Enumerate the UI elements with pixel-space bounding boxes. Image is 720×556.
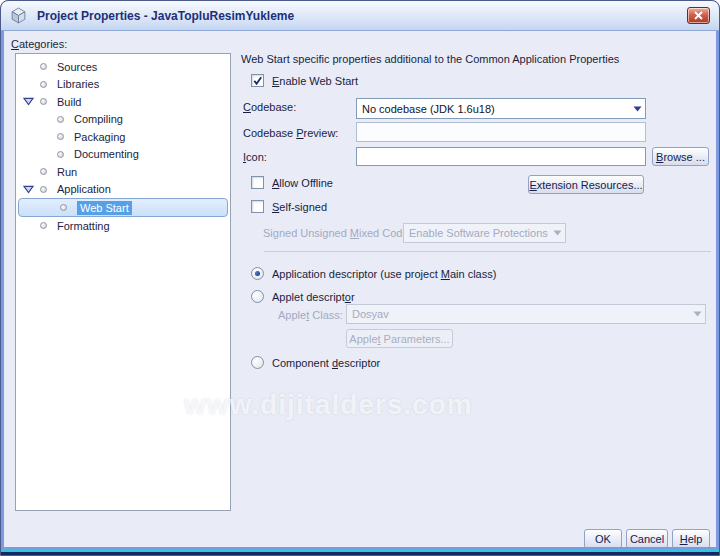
codebase-preview-label: Codebase Preview: (243, 127, 338, 139)
tree-item-label: Compiling (74, 113, 123, 125)
close-icon (693, 11, 704, 20)
tree-item-label: Formatting (57, 220, 110, 232)
tree-bullet-icon (40, 63, 47, 70)
applet-class-value: Dosyav (347, 305, 689, 323)
applet-descriptor-radio[interactable] (251, 290, 264, 303)
applet-descriptor-label[interactable]: Applet descriptor (272, 291, 355, 303)
categories-label: Categories: (11, 38, 67, 50)
tree-item-label: Build (57, 96, 81, 108)
allow-offline-label[interactable]: Allow Offline (272, 177, 333, 189)
tree-item-label: Application (57, 183, 111, 195)
tree-item-application[interactable]: Application (16, 181, 230, 199)
chevron-down-icon[interactable] (20, 185, 40, 194)
tree-item-label: Run (57, 166, 77, 178)
applet-parameters-button: Applet Parameters... (346, 329, 453, 348)
tree-bullet-icon (40, 186, 47, 193)
tree-item-formatting[interactable]: Formatting (16, 217, 230, 235)
enable-web-start-label[interactable]: Enable Web Start (272, 75, 358, 87)
tree-item-sources[interactable]: Sources (16, 58, 230, 76)
section-divider (264, 251, 711, 252)
help-button[interactable]: Help (672, 529, 710, 549)
extension-resources-button[interactable]: Extension Resources... (528, 175, 644, 194)
ok-button[interactable]: OK (584, 529, 622, 549)
icon-label: Icon: (243, 151, 267, 163)
tree-item-label: Libraries (57, 78, 99, 90)
applet-class-combobox: Dosyav (346, 304, 706, 324)
codebase-preview-field (356, 122, 646, 142)
application-descriptor-label[interactable]: Application descriptor (use project Main… (272, 268, 496, 280)
icon-field[interactable] (356, 147, 646, 166)
tree-bullet-icon (60, 204, 67, 211)
component-descriptor-radio[interactable] (251, 356, 264, 369)
tree-item-label: Sources (57, 61, 97, 73)
tree-item-packaging[interactable]: Packaging (16, 128, 230, 146)
tree-item-documenting[interactable]: Documenting (16, 146, 230, 164)
allow-offline-checkbox[interactable] (251, 176, 264, 189)
check-icon (252, 75, 263, 86)
tree-item-label: Documenting (74, 148, 139, 160)
tree-bullet-icon (57, 151, 64, 158)
tree-item-libraries[interactable]: Libraries (16, 76, 230, 94)
codebase-value: No codebase (JDK 1.6u18) (357, 99, 629, 118)
tree-bullet-icon (40, 81, 47, 88)
applet-class-label: Applet Class: (278, 309, 343, 321)
tree-item-web-start[interactable]: Web Start (18, 198, 228, 217)
categories-tree: SourcesLibrariesBuildCompilingPackagingD… (15, 53, 231, 511)
codebase-combobox[interactable]: No codebase (JDK 1.6u18) (356, 98, 646, 119)
tree-item-label: Web Start (77, 201, 132, 215)
window-bottom-frame (1, 547, 719, 555)
tree-item-compiling[interactable]: Compiling (16, 111, 230, 129)
tree-item-run[interactable]: Run (16, 163, 230, 181)
project-properties-dialog: Project Properties - JavaTopluResimYukle… (0, 0, 720, 556)
tree-item-build[interactable]: Build (16, 93, 230, 111)
project-cube-icon (10, 7, 28, 25)
self-signed-label[interactable]: Self-signed (272, 201, 327, 213)
enable-web-start-checkbox[interactable] (251, 74, 264, 87)
radio-dot-icon (255, 271, 260, 276)
titlebar[interactable]: Project Properties - JavaTopluResimYukle… (1, 1, 719, 31)
panel-header-text: Web Start specific properties additional… (241, 53, 619, 65)
mixed-code-label: Signed Unsigned Mixed Code: (263, 227, 412, 239)
application-descriptor-radio[interactable] (251, 267, 264, 280)
tree-bullet-icon (40, 98, 47, 105)
cancel-button[interactable]: Cancel (626, 529, 668, 549)
tree-bullet-icon (57, 116, 64, 123)
component-descriptor-label[interactable]: Component descriptor (272, 357, 380, 369)
chevron-down-icon (549, 224, 565, 242)
tree-item-label: Packaging (74, 131, 125, 143)
close-button[interactable] (687, 7, 710, 24)
browse-button[interactable]: Browse ... (652, 147, 709, 166)
chevron-down-icon (689, 305, 705, 323)
window-title: Project Properties - JavaTopluResimYukle… (37, 9, 294, 23)
codebase-label: Codebase: (243, 101, 296, 113)
self-signed-checkbox[interactable] (251, 200, 264, 213)
mixed-code-value: Enable Software Protections (404, 224, 549, 242)
tree-bullet-icon (40, 168, 47, 175)
chevron-down-icon[interactable] (629, 99, 645, 118)
tree-bullet-icon (40, 222, 47, 229)
tree-bullet-icon (57, 133, 64, 140)
mixed-code-combobox: Enable Software Protections (403, 223, 566, 243)
chevron-down-icon[interactable] (20, 97, 40, 106)
